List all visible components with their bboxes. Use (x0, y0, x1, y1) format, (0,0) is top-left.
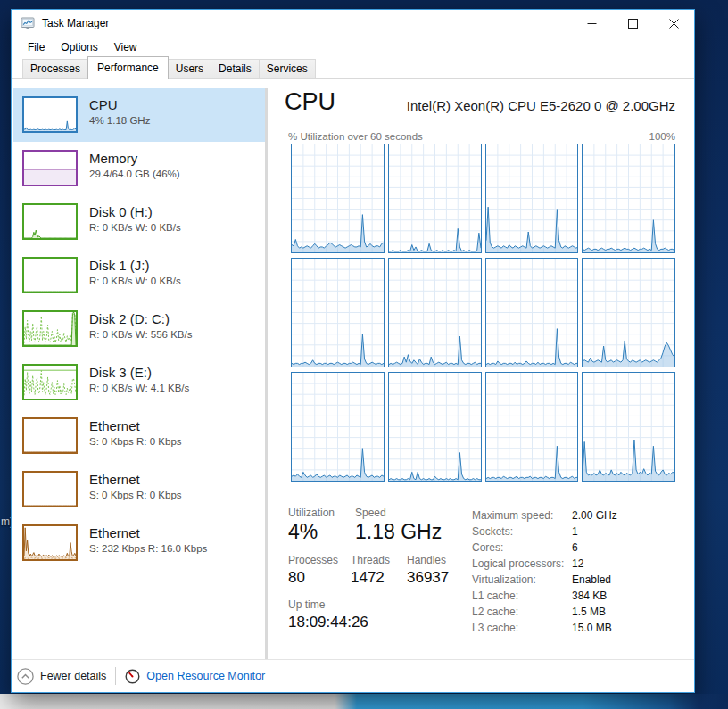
tabstrip: Processes Performance Users Details Serv… (12, 57, 694, 79)
sidebar-item-cpu[interactable]: CPU4% 1.18 GHz (13, 88, 265, 142)
sidebar-item-title: Disk 3 (E:) (89, 364, 189, 381)
sidebar-item-sub: S: 232 Kbps R: 16.0 Kbps (89, 543, 207, 554)
sidebar-item-disk0[interactable]: Disk 0 (H:)R: 0 KB/s W: 0 KB/s (13, 195, 265, 249)
tab-users[interactable]: Users (168, 59, 211, 78)
close-icon (669, 19, 679, 29)
cpu-core-grid (291, 144, 675, 482)
ethernet2-mini-graph (22, 471, 78, 507)
cpu-core-graph-10 (388, 372, 482, 482)
minimize-button[interactable] (571, 10, 612, 37)
menu-item-file[interactable]: File (20, 38, 53, 56)
performance-sidebar: CPU4% 1.18 GHz Memory29.4/64.0 GB (46%) … (13, 88, 265, 570)
ethernet1-mini-graph (22, 417, 78, 454)
sidebar-item-title: CPU (89, 96, 150, 113)
detail-row: L3 cache:15.0 MB (472, 620, 675, 636)
cpu-core-graph-6 (388, 258, 482, 367)
sidebar-item-title: Disk 0 (H:) (89, 203, 181, 220)
page-title: CPU (285, 88, 335, 116)
handles-value: 36937 (407, 569, 449, 587)
tab-services[interactable]: Services (259, 59, 316, 78)
cpu-details-table: Maximum speed:2.00 GHz Sockets:1 Cores:6… (472, 507, 675, 636)
cpu-model-label: Intel(R) Xeon(R) CPU E5-2620 0 @ 2.00GHz (407, 98, 675, 113)
handles-label: Handles (407, 554, 446, 566)
sidebar-item-title: Disk 1 (J:) (89, 257, 181, 274)
sidebar-item-memory[interactable]: Memory29.4/64.0 GB (46%) (13, 142, 265, 195)
close-button[interactable] (653, 10, 694, 37)
cpu-core-graph-7 (485, 258, 579, 367)
menubar: File Options View (12, 37, 694, 57)
titlebar[interactable]: Task Manager (12, 10, 694, 37)
sidebar-item-sub: R: 0 KB/s W: 0 KB/s (89, 276, 181, 286)
maximize-icon (628, 19, 638, 29)
menu-item-view[interactable]: View (106, 38, 145, 56)
sidebar-item-disk1[interactable]: Disk 1 (J:)R: 0 KB/s W: 0 KB/s (13, 249, 265, 302)
chart-max-label: 100% (649, 131, 675, 142)
speed-value: 1.18 GHz (355, 520, 442, 544)
disk1-mini-graph (22, 257, 78, 293)
sidebar-item-sub: 29.4/64.0 GB (46%) (89, 169, 180, 179)
detail-row: L1 cache:384 KB (472, 588, 675, 604)
processes-label: Processes (288, 554, 338, 566)
window-title: Task Manager (42, 17, 109, 29)
cpu-core-graph-2 (388, 144, 482, 253)
sidebar-item-sub: R: 0 KB/s W: 4.1 KB/s (89, 383, 189, 393)
disk2-mini-graph (22, 310, 78, 347)
sidebar-item-title: Ethernet (89, 524, 207, 541)
menu-item-options[interactable]: Options (53, 38, 105, 56)
detail-row: Maximum speed:2.00 GHz (472, 507, 675, 524)
sidebar-item-disk3[interactable]: Disk 3 (E:)R: 0 KB/s W: 4.1 KB/s (13, 356, 265, 409)
open-resource-monitor-link[interactable]: Open Resource Monitor (125, 669, 265, 684)
sidebar-item-sub: S: 0 Kbps R: 0 Kbps (89, 490, 182, 500)
detail-row: Sockets:1 (472, 524, 675, 540)
threads-value: 1472 (351, 569, 385, 587)
sidebar-item-sub: R: 0 KB/s W: 556 KB/s (89, 329, 192, 340)
detail-row: Logical processors:12 (472, 556, 675, 572)
maximize-button[interactable] (612, 10, 653, 37)
uptime-value: 18:09:44:26 (288, 614, 368, 631)
performance-content: CPU4% 1.18 GHz Memory29.4/64.0 GB (46%) … (12, 79, 694, 659)
cpu-core-graph-8 (582, 258, 675, 367)
sidebar-item-sub: S: 0 Kbps R: 0 Kbps (89, 436, 182, 447)
detail-row: Cores:6 (472, 540, 675, 556)
sidebar-item-title: Disk 2 (D: C:) (89, 310, 192, 327)
sidebar-item-title: Ethernet (89, 417, 182, 434)
cpu-core-graph-5 (291, 258, 385, 367)
sidebar-item-ethernet2[interactable]: EthernetS: 0 Kbps R: 0 Kbps (13, 463, 265, 516)
detail-row: L2 cache:1.5 MB (472, 604, 675, 620)
task-manager-icon (21, 16, 35, 30)
cpu-mini-graph (22, 96, 78, 133)
memory-mini-graph (22, 150, 78, 186)
resource-monitor-icon (125, 669, 140, 684)
utilization-value: 4% (288, 520, 318, 544)
sidebar-item-title: Ethernet (89, 471, 182, 488)
tab-performance[interactable]: Performance (87, 56, 169, 79)
detail-row: Virtualization:Enabled (472, 572, 675, 588)
uptime-label: Up time (288, 598, 325, 611)
fewer-details-button[interactable]: Fewer details (17, 668, 106, 685)
sidebar-scrollbar[interactable] (265, 88, 268, 659)
speed-label: Speed (355, 507, 386, 519)
sidebar-item-sub: 4% 1.18 GHz (89, 115, 150, 126)
cpu-core-graph-9 (291, 372, 385, 482)
sidebar-item-ethernet3[interactable]: EthernetS: 232 Kbps R: 16.0 Kbps (13, 516, 265, 570)
cpu-core-graph-12 (582, 372, 675, 482)
tab-details[interactable]: Details (211, 59, 260, 78)
footer-bar: Fewer details Open Resource Monitor (12, 659, 694, 692)
chart-axis-label: % Utilization over 60 seconds (288, 131, 423, 142)
sidebar-item-ethernet1[interactable]: EthernetS: 0 Kbps R: 0 Kbps (13, 409, 265, 463)
minimize-icon (587, 19, 597, 29)
disk3-mini-graph (22, 364, 78, 400)
sidebar-item-title: Memory (89, 150, 180, 167)
utilization-label: Utilization (288, 507, 335, 519)
caption-buttons (571, 10, 694, 37)
footer-divider (115, 667, 116, 685)
sidebar-item-disk2[interactable]: Disk 2 (D: C:)R: 0 KB/s W: 556 KB/s (13, 302, 265, 356)
cpu-core-graph-11 (485, 372, 579, 482)
cpu-core-graph-1 (291, 144, 385, 253)
sidebar-item-sub: R: 0 KB/s W: 0 KB/s (89, 222, 181, 233)
threads-label: Threads (351, 554, 390, 566)
processes-value: 80 (288, 569, 305, 587)
ethernet3-mini-graph (22, 524, 78, 561)
tab-processes[interactable]: Processes (22, 59, 88, 78)
cpu-panel: CPU Intel(R) Xeon(R) CPU E5-2620 0 @ 2.0… (282, 79, 675, 659)
